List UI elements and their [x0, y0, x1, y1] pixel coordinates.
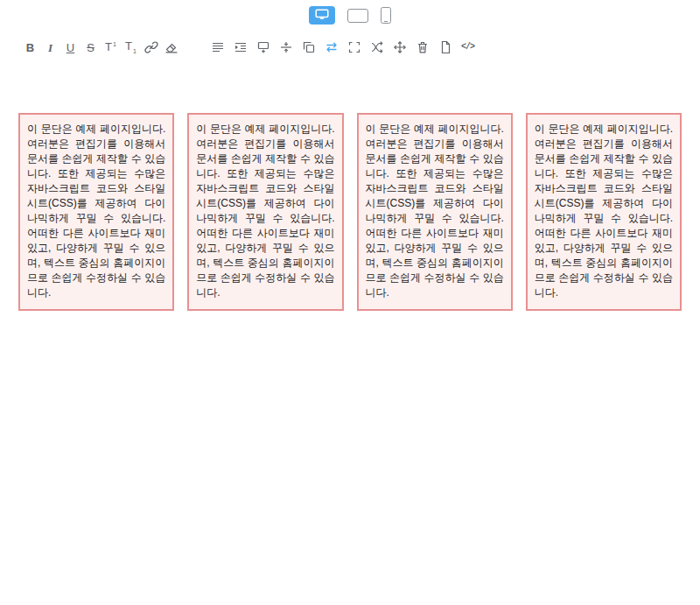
link-button[interactable]: [142, 39, 160, 57]
underline-icon: U: [66, 42, 74, 53]
format-toolbar: B I U S T1 T1: [0, 30, 700, 58]
tablet-icon: [347, 9, 368, 23]
eraser-icon: [164, 40, 178, 54]
subscript-icon: T1: [125, 40, 136, 54]
indent-button[interactable]: [231, 39, 249, 57]
italic-button[interactable]: I: [41, 39, 60, 57]
delete-button[interactable]: [413, 39, 431, 57]
strikethrough-icon: S: [87, 42, 94, 53]
sample-paragraph[interactable]: 이 문단은 예제 페이지입니다. 여러분은 편집기를 이용해서 문서를 손쉽게 …: [535, 122, 673, 300]
justify-button[interactable]: [208, 39, 227, 57]
bold-icon: B: [26, 42, 34, 53]
device-preview-bar: [0, 0, 700, 30]
copy-button[interactable]: [299, 39, 318, 57]
justify-icon: [211, 40, 225, 54]
device-mobile-button[interactable]: [381, 7, 391, 24]
column-box-3[interactable]: 이 문단은 예제 페이지입니다. 여러분은 편집기를 이용해서 문서를 손쉽게 …: [357, 113, 513, 311]
desktop-monitor-icon: [315, 9, 329, 23]
superscript-button[interactable]: T1: [102, 39, 120, 57]
sample-paragraph[interactable]: 이 문단은 예제 페이지입니다. 여러분은 편집기를 이용해서 문서를 손쉽게 …: [27, 122, 165, 300]
fullscreen-icon: [347, 40, 361, 54]
column-box-4[interactable]: 이 문단은 예제 페이지입니다. 여러분은 편집기를 이용해서 문서를 손쉽게 …: [526, 113, 682, 311]
shuffle-icon: [370, 40, 384, 54]
sample-paragraph[interactable]: 이 문단은 예제 페이지입니다. 여러분은 편집기를 이용해서 문서를 손쉽게 …: [196, 122, 334, 300]
link-icon: [144, 40, 158, 54]
bold-button[interactable]: B: [21, 39, 39, 57]
document-button[interactable]: [436, 39, 454, 57]
code-view-button[interactable]: </>: [458, 39, 477, 57]
split-icon: [279, 40, 293, 54]
move-icon: [393, 40, 407, 54]
mobile-phone-icon: [381, 7, 391, 24]
swap-button[interactable]: [322, 39, 340, 57]
insert-block-icon: [256, 40, 270, 54]
indent-icon: [234, 40, 248, 54]
device-tablet-button[interactable]: [347, 9, 368, 23]
shuffle-button[interactable]: [368, 39, 386, 57]
fullscreen-button[interactable]: [345, 39, 363, 57]
strikethrough-button[interactable]: S: [81, 39, 100, 57]
underline-button[interactable]: U: [61, 39, 80, 57]
code-icon: </>: [461, 43, 474, 52]
web-editor: B I U S T1 T1: [0, 0, 700, 311]
italic-icon: I: [48, 42, 52, 53]
subscript-button[interactable]: T1: [122, 39, 140, 57]
editor-content: 이 문단은 예제 페이지입니다. 여러분은 편집기를 이용해서 문서를 손쉽게 …: [0, 113, 700, 311]
sample-paragraph[interactable]: 이 문단은 예제 페이지입니다. 여러분은 편집기를 이용해서 문서를 손쉽게 …: [366, 122, 504, 300]
clear-format-button[interactable]: [162, 39, 180, 57]
insert-block-button[interactable]: [254, 39, 272, 57]
superscript-icon: T1: [105, 41, 116, 53]
document-icon: [438, 40, 452, 54]
device-desktop-button[interactable]: [309, 6, 335, 25]
move-button[interactable]: [390, 39, 409, 57]
copy-icon: [302, 40, 316, 54]
trash-icon: [416, 40, 430, 54]
column-box-1[interactable]: 이 문단은 예제 페이지입니다. 여러분은 편집기를 이용해서 문서를 손쉽게 …: [18, 113, 174, 311]
column-box-2[interactable]: 이 문단은 예제 페이지입니다. 여러분은 편집기를 이용해서 문서를 손쉽게 …: [187, 113, 343, 311]
split-button[interactable]: [276, 39, 295, 57]
swap-arrows-icon: [325, 40, 339, 54]
